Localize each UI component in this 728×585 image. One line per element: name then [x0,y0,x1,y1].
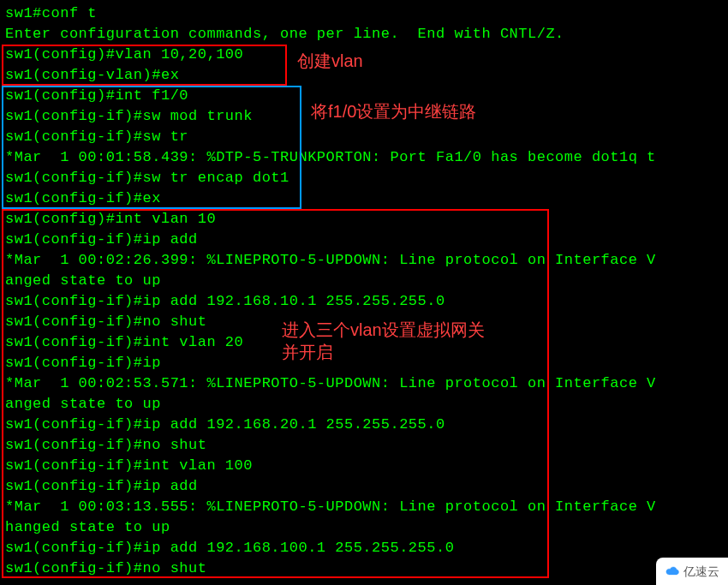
terminal-line: *Mar 1 00:02:26.399: %LINEPROTO-5-UPDOWN… [5,250,723,271]
terminal-line: anged state to up [5,394,723,415]
terminal-line: *Mar 1 00:01:58.439: %DTP-5-TRUNKPORTON:… [5,147,723,168]
terminal-line: sw1(config-if)#ex [5,188,723,209]
terminal-line: sw1(config-vlan)#ex [5,65,723,86]
terminal-line: sw1(config-if)#ip add 192.168.20.1 255.2… [5,415,723,435]
terminal-line: sw1(config-if)#ip add 192.168.100.1 255.… [5,538,723,558]
terminal-line: sw1(config-if)#ip add [5,230,723,250]
terminal-line: *Mar 1 00:03:13.555: %LINEPROTO-5-UPDOWN… [5,497,723,517]
terminal-line: sw1(config)#int f1/0 [5,86,723,106]
terminal-line: sw1(config)#int vlan 10 [5,209,723,230]
terminal-line: sw1#conf t [5,3,723,24]
terminal-line: sw1(config-if)#sw mod trunk [5,106,723,127]
cloud-icon [665,561,680,582]
terminal-line: sw1(config-if)#ip [5,353,723,373]
terminal-line: sw1(config-if)#int vlan 20 [5,332,723,353]
terminal-line: Enter configuration commands, one per li… [5,24,723,45]
terminal-line: sw1(config-if)#no shut [5,558,723,579]
terminal-line: sw1(config-if)#int vlan 100 [5,456,723,476]
watermark: 亿速云 [656,558,728,585]
terminal-line: sw1(config-if)#sw tr [5,127,723,147]
terminal-line: anged state to up [5,271,723,291]
terminal-line: sw1(config-if)#sw tr encap dot1 [5,168,723,188]
terminal-line: sw1(config-if)#ip add 192.168.10.1 255.2… [5,291,723,312]
terminal-line: hanged state to up [5,517,723,538]
terminal-line: sw1(config)#vlan 10,20,100 [5,45,723,65]
terminal-line: sw1(config-if)#no shut [5,312,723,332]
terminal-line: sw1(config-if)#ip add [5,476,723,497]
watermark-text: 亿速云 [683,561,719,582]
terminal-output: sw1#conf t Enter configuration commands,… [5,3,723,579]
terminal-line: *Mar 1 00:02:53.571: %LINEPROTO-5-UPDOWN… [5,373,723,394]
terminal-line: sw1(config-if)#no shut [5,435,723,456]
